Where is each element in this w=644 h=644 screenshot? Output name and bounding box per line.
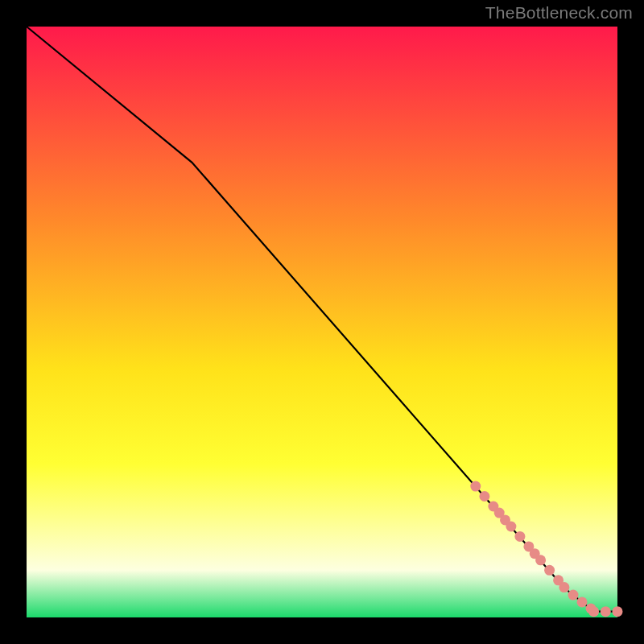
chart-frame: { "watermark": "TheBottleneck.com", "pal…	[0, 0, 644, 644]
marker-dot	[470, 481, 481, 492]
marker-dot	[479, 491, 489, 502]
marker-dot	[544, 565, 555, 576]
marker-dot	[559, 582, 569, 592]
marker-dot	[506, 522, 516, 532]
marker-dot	[613, 606, 623, 617]
marker-dot	[514, 531, 525, 542]
marker-dot	[601, 606, 611, 617]
marker-dot	[568, 590, 579, 601]
watermark-text: TheBottleneck.com	[485, 3, 633, 23]
plot-area	[27, 27, 617, 617]
marker-dot	[588, 606, 599, 617]
marker-dot	[577, 597, 588, 607]
marker-dot	[535, 555, 546, 565]
chart-svg	[0, 0, 644, 644]
